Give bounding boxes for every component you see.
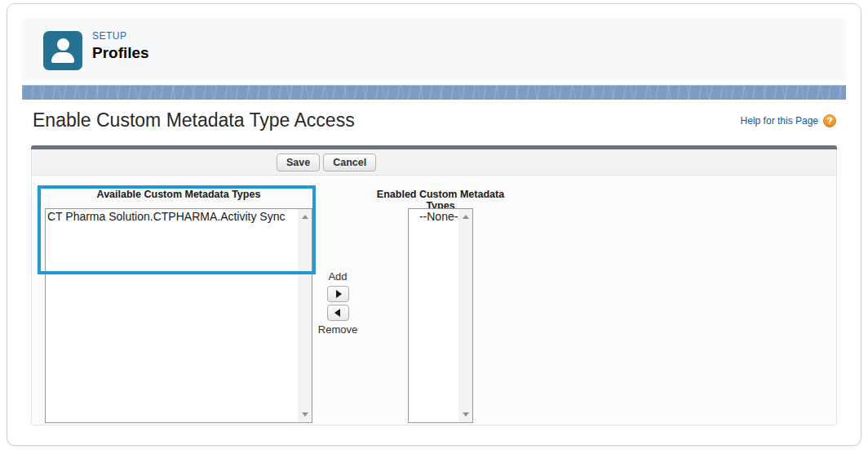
person-head-shape	[57, 38, 69, 51]
available-scrollbar[interactable]	[298, 209, 312, 422]
boxes-row: CT Pharma Solution.CTPHARMA.Activity Syn…	[45, 208, 836, 423]
section-content: Available Custom Metadata Types Enabled …	[31, 176, 837, 425]
save-button[interactable]: Save	[277, 154, 320, 172]
add-button[interactable]	[327, 286, 349, 302]
arrow-left-icon	[334, 309, 340, 317]
mover-controls: Add Remove	[312, 208, 363, 423]
header-text: SETUP Profiles	[92, 30, 149, 62]
arrow-right-icon	[336, 290, 342, 298]
enabled-list-label: Enabled Custom Metadata Types	[363, 189, 518, 202]
scroll-down-icon[interactable]	[302, 412, 308, 417]
labels-row: Available Custom Metadata Types Enabled …	[45, 189, 836, 208]
scroll-up-icon[interactable]	[302, 215, 308, 219]
help-link[interactable]: Help for this Page	[741, 115, 818, 127]
button-group: Save Cancel	[277, 154, 376, 172]
person-body-shape	[51, 52, 74, 63]
remove-button[interactable]	[327, 305, 349, 321]
setup-eyebrow: SETUP	[92, 30, 149, 42]
enabled-listbox[interactable]: --None--	[408, 208, 473, 423]
cancel-button[interactable]: Cancel	[323, 154, 376, 172]
list-item[interactable]: CT Pharma Solution.CTPHARMA.Activity Syn…	[46, 209, 312, 224]
scroll-up-icon[interactable]	[463, 215, 469, 219]
button-toolbar: Save Cancel	[31, 149, 837, 176]
help-question-icon[interactable]: ?	[823, 114, 836, 127]
setup-header: SETUP Profiles	[22, 19, 846, 80]
enabled-scrollbar[interactable]	[458, 209, 472, 422]
decorative-banner	[22, 85, 846, 100]
page-title: Enable Custom Metadata Type Access	[33, 109, 355, 132]
profiles-user-icon	[43, 31, 82, 70]
edit-section: Save Cancel Available Custom Metadata Ty…	[31, 145, 837, 425]
profiles-title: Profiles	[92, 44, 149, 62]
help-area: Help for this Page ?	[741, 114, 836, 127]
remove-label: Remove	[312, 323, 363, 336]
available-listbox[interactable]: CT Pharma Solution.CTPHARMA.Activity Syn…	[45, 208, 312, 423]
window: SETUP Profiles Enable Custom Metadata Ty…	[7, 3, 861, 446]
scroll-down-icon[interactable]	[463, 412, 469, 417]
add-label: Add	[312, 270, 363, 283]
title-row: Enable Custom Metadata Type Access Help …	[33, 109, 836, 132]
available-list-label: Available Custom Metadata Types	[45, 189, 312, 202]
